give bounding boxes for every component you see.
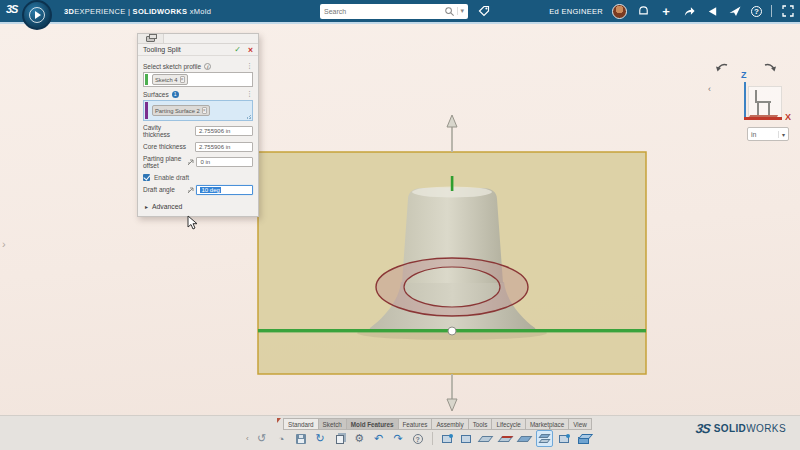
tab-features[interactable]: Features xyxy=(399,418,433,430)
unit-caret-icon: ▾ xyxy=(778,131,785,138)
parting-plane-offset-input[interactable]: 0 in xyxy=(196,157,253,167)
topbar-right-cluster: Ed ENGINEER + ? xyxy=(549,0,795,22)
toolbar-help-icon[interactable]: ? xyxy=(409,430,426,447)
advanced-section-toggle[interactable]: ▸ Advanced xyxy=(143,201,253,211)
remove-surface-icon[interactable]: × xyxy=(202,107,207,114)
orientation-triad[interactable]: Z X xyxy=(733,74,791,132)
surfaces-menu-icon[interactable]: ⋮ xyxy=(246,90,253,98)
logo-works: WORKS xyxy=(746,423,786,434)
tab-sketch[interactable]: Sketch xyxy=(319,418,347,430)
toolbar-collapse-icon[interactable]: ‹ xyxy=(246,434,249,443)
shut-off-surface-icon[interactable] xyxy=(497,430,514,447)
tab-standard[interactable]: Standard xyxy=(283,418,319,430)
tab-assembly[interactable]: Assembly xyxy=(432,418,468,430)
dialog-body: Select sketch profile i ⋮ Sketch 4 × Sur… xyxy=(138,56,258,216)
dialog-title-bar: Tooling Split ✓ × xyxy=(138,44,258,56)
cavity-thickness-input[interactable]: 2.755906 in xyxy=(195,126,253,136)
paper-plane-icon[interactable] xyxy=(728,4,742,18)
tab-marketplace[interactable]: Marketplace xyxy=(526,418,569,430)
resize-handle[interactable] xyxy=(246,114,251,119)
search-scope-caret-icon[interactable]: ▾ xyxy=(457,7,468,15)
sketch-profile-field[interactable]: Sketch 4 × xyxy=(143,72,253,87)
model-scene[interactable] xyxy=(250,112,660,414)
surfaces-label: Surfaces xyxy=(143,91,169,98)
tab-view[interactable]: View xyxy=(569,418,592,430)
tooling-split-tab[interactable] xyxy=(138,34,164,43)
tab-lifecycle[interactable]: Lifecycle xyxy=(492,418,526,430)
search-icon[interactable] xyxy=(444,6,455,17)
dialog-title: Tooling Split xyxy=(143,46,234,53)
history-icon[interactable]: ◔ xyxy=(273,430,290,447)
ds-logo-icon: 3S xyxy=(6,3,17,15)
3d-compass[interactable] xyxy=(22,0,52,30)
add-icon[interactable]: + xyxy=(659,4,673,18)
sketch-menu-icon[interactable]: ⋮ xyxy=(246,62,253,70)
view-cube-collapse-icon[interactable]: ‹ xyxy=(708,84,711,94)
sync-icon[interactable]: ↻ xyxy=(312,430,329,447)
core-thickness-label: Core thickness xyxy=(143,143,187,150)
x-axis xyxy=(744,117,782,120)
tooling-split-icon[interactable] xyxy=(536,430,553,447)
import-icon[interactable]: ↺ xyxy=(253,430,270,447)
part-silhouette-leg xyxy=(757,103,759,115)
application-window: 3S 3DEXPERIENCE | SOLIDWORKS xMold ▾ Ed … xyxy=(0,0,800,450)
fullscreen-icon[interactable] xyxy=(781,4,795,18)
parting-line-icon[interactable] xyxy=(516,430,533,447)
parting-surface-icon[interactable] xyxy=(477,430,494,447)
brand-3d: 3D xyxy=(64,7,74,16)
unit-selector[interactable]: in ▾ xyxy=(747,127,789,141)
core-thickness-input[interactable]: 2.755906 in xyxy=(195,142,253,152)
tab-mold-features[interactable]: Mold Features xyxy=(347,418,399,430)
surface-chip-label: Parting Surface 2 xyxy=(155,108,200,114)
enable-draft-checkbox[interactable] xyxy=(143,174,150,181)
collaborate-icon[interactable] xyxy=(705,4,719,18)
parting-plane-offset-label: Parting plane offset xyxy=(143,155,186,170)
mold-base-icon[interactable] xyxy=(575,430,592,447)
user-name[interactable]: Ed ENGINEER xyxy=(549,7,603,16)
user-avatar[interactable] xyxy=(612,4,627,19)
sketch-chip[interactable]: Sketch 4 × xyxy=(152,74,188,85)
sketch-color-bar xyxy=(145,74,148,85)
insert-model-icon[interactable] xyxy=(438,430,455,447)
copy-icon[interactable] xyxy=(331,430,348,447)
compass-play-icon xyxy=(35,11,41,19)
search-bar[interactable]: ▾ xyxy=(320,4,468,19)
mouse-cursor xyxy=(187,215,199,231)
share-arrow-icon[interactable] xyxy=(682,4,696,18)
rotate-left-icon[interactable] xyxy=(714,62,730,76)
pull-direction-up-arrow xyxy=(447,115,457,152)
surfaces-field[interactable]: Parting Surface 2 × xyxy=(143,100,253,121)
z-axis xyxy=(744,82,746,118)
left-panel-expand-icon[interactable]: › xyxy=(2,238,6,250)
notifications-icon[interactable] xyxy=(636,4,650,18)
ds-footer-logo-icon: 3S xyxy=(695,421,711,436)
app-title: 3DEXPERIENCE | SOLIDWORKS xMold xyxy=(64,7,211,16)
select-sketch-profile-label: Select sketch profile xyxy=(143,63,201,70)
draft-angle-input[interactable]: 10 deg xyxy=(196,185,253,195)
ok-check-icon[interactable]: ✓ xyxy=(234,45,241,54)
z-axis-label: Z xyxy=(741,70,747,80)
settings-gear-icon[interactable]: ⚙ xyxy=(351,430,368,447)
3d-viewport[interactable]: › ‹ Z X in ▾ xyxy=(0,24,800,415)
draft-direction-icon[interactable] xyxy=(186,186,197,194)
enable-draft-label: Enable draft xyxy=(154,174,189,181)
surface-chip[interactable]: Parting Surface 2 × xyxy=(152,105,210,116)
tag-icon[interactable] xyxy=(477,4,491,18)
info-icon[interactable]: i xyxy=(204,63,211,70)
help-icon[interactable]: ? xyxy=(751,6,762,17)
search-input[interactable] xyxy=(320,8,444,15)
compass-ring-icon xyxy=(29,7,45,23)
tab-tools[interactable]: Tools xyxy=(469,418,493,430)
offset-direction-icon[interactable] xyxy=(186,158,197,166)
tool-icon-row: ‹ ↺ ◔ ↻ ⚙ ↶ ↷ ? xyxy=(246,430,592,447)
ribbon-tabs: Standard Sketch Mold Features Features A… xyxy=(283,418,592,430)
surfaces-count-badge: 1 xyxy=(172,91,179,98)
save-icon[interactable] xyxy=(292,430,309,447)
parting-plane-offset-value: 0 in xyxy=(200,159,210,165)
core-cavity-icon[interactable] xyxy=(555,430,572,447)
redo-icon[interactable]: ↷ xyxy=(390,430,407,447)
cancel-x-icon[interactable]: × xyxy=(248,45,253,55)
remove-sketch-icon[interactable]: × xyxy=(180,76,185,83)
undo-icon[interactable]: ↶ xyxy=(370,430,387,447)
machining-icon[interactable] xyxy=(458,430,475,447)
